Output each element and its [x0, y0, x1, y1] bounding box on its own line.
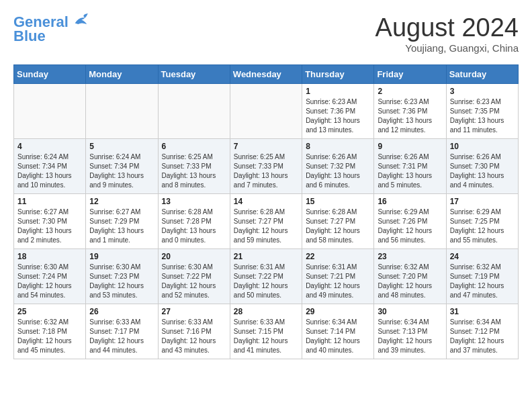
calendar-day: 31Sunrise: 6:34 AM Sunset: 7:12 PM Dayli… [446, 304, 518, 359]
day-number: 17 [450, 197, 515, 206]
day-number: 14 [234, 197, 298, 206]
calendar-week-row: 18Sunrise: 6:30 AM Sunset: 7:24 PM Dayli… [14, 249, 519, 304]
day-number: 22 [306, 252, 370, 261]
day-number: 8 [306, 142, 370, 151]
weekday-header-row: SundayMondayTuesdayWednesdayThursdayFrid… [14, 65, 519, 84]
day-info: Sunrise: 6:31 AM Sunset: 7:22 PM Dayligh… [234, 263, 298, 300]
calendar-day [158, 84, 230, 139]
calendar-day: 2Sunrise: 6:23 AM Sunset: 7:36 PM Daylig… [374, 84, 446, 139]
day-info: Sunrise: 6:28 AM Sunset: 7:27 PM Dayligh… [234, 208, 298, 245]
day-number: 25 [17, 307, 82, 316]
calendar-day: 16Sunrise: 6:29 AM Sunset: 7:26 PM Dayli… [374, 194, 446, 249]
calendar-day: 18Sunrise: 6:30 AM Sunset: 7:24 PM Dayli… [14, 249, 86, 304]
calendar-day [230, 84, 302, 139]
day-number: 20 [162, 252, 226, 261]
calendar-week-row: 1Sunrise: 6:23 AM Sunset: 7:36 PM Daylig… [14, 84, 519, 139]
day-info: Sunrise: 6:24 AM Sunset: 7:34 PM Dayligh… [89, 152, 154, 190]
day-info: Sunrise: 6:29 AM Sunset: 7:26 PM Dayligh… [378, 208, 442, 245]
day-info: Sunrise: 6:26 AM Sunset: 7:30 PM Dayligh… [450, 152, 515, 190]
day-number: 4 [17, 142, 82, 151]
day-number: 1 [306, 87, 370, 96]
day-info: Sunrise: 6:23 AM Sunset: 7:35 PM Dayligh… [450, 97, 515, 135]
day-number: 18 [17, 252, 82, 261]
calendar-day: 8Sunrise: 6:26 AM Sunset: 7:32 PM Daylig… [302, 139, 374, 194]
day-number: 31 [450, 307, 515, 316]
calendar-day: 6Sunrise: 6:25 AM Sunset: 7:33 PM Daylig… [158, 139, 230, 194]
day-info: Sunrise: 6:27 AM Sunset: 7:29 PM Dayligh… [89, 208, 154, 245]
calendar-day: 24Sunrise: 6:32 AM Sunset: 7:19 PM Dayli… [446, 249, 518, 304]
calendar-day: 13Sunrise: 6:28 AM Sunset: 7:28 PM Dayli… [158, 194, 230, 249]
calendar-day: 20Sunrise: 6:30 AM Sunset: 7:22 PM Dayli… [158, 249, 230, 304]
calendar-day: 27Sunrise: 6:33 AM Sunset: 7:16 PM Dayli… [158, 304, 230, 359]
calendar-day: 7Sunrise: 6:25 AM Sunset: 7:33 PM Daylig… [230, 139, 302, 194]
day-info: Sunrise: 6:34 AM Sunset: 7:13 PM Dayligh… [378, 318, 442, 355]
day-info: Sunrise: 6:25 AM Sunset: 7:33 PM Dayligh… [234, 152, 298, 190]
calendar-day: 21Sunrise: 6:31 AM Sunset: 7:22 PM Dayli… [230, 249, 302, 304]
day-info: Sunrise: 6:33 AM Sunset: 7:17 PM Dayligh… [89, 318, 154, 355]
calendar-day: 11Sunrise: 6:27 AM Sunset: 7:30 PM Dayli… [14, 194, 86, 249]
calendar-week-row: 11Sunrise: 6:27 AM Sunset: 7:30 PM Dayli… [14, 194, 519, 249]
day-info: Sunrise: 6:33 AM Sunset: 7:16 PM Dayligh… [162, 318, 226, 355]
calendar-day: 3Sunrise: 6:23 AM Sunset: 7:35 PM Daylig… [446, 84, 518, 139]
day-info: Sunrise: 6:23 AM Sunset: 7:36 PM Dayligh… [378, 97, 442, 135]
weekday-header: Wednesday [230, 65, 302, 84]
day-number: 26 [89, 307, 154, 316]
day-number: 24 [450, 252, 515, 261]
day-number: 28 [234, 307, 298, 316]
day-info: Sunrise: 6:28 AM Sunset: 7:28 PM Dayligh… [162, 208, 226, 245]
calendar-day: 5Sunrise: 6:24 AM Sunset: 7:34 PM Daylig… [86, 139, 158, 194]
calendar-day: 17Sunrise: 6:29 AM Sunset: 7:25 PM Dayli… [446, 194, 518, 249]
day-info: Sunrise: 6:30 AM Sunset: 7:24 PM Dayligh… [17, 263, 82, 300]
day-number: 21 [234, 252, 298, 261]
day-info: Sunrise: 6:25 AM Sunset: 7:33 PM Dayligh… [162, 152, 226, 190]
calendar-day [86, 84, 158, 139]
day-info: Sunrise: 6:34 AM Sunset: 7:12 PM Dayligh… [450, 318, 515, 355]
calendar-day: 12Sunrise: 6:27 AM Sunset: 7:29 PM Dayli… [86, 194, 158, 249]
calendar-table: SundayMondayTuesdayWednesdayThursdayFrid… [13, 64, 519, 359]
day-info: Sunrise: 6:26 AM Sunset: 7:31 PM Dayligh… [378, 152, 442, 190]
day-info: Sunrise: 6:26 AM Sunset: 7:32 PM Dayligh… [306, 152, 370, 190]
calendar-day: 25Sunrise: 6:32 AM Sunset: 7:18 PM Dayli… [14, 304, 86, 359]
day-info: Sunrise: 6:30 AM Sunset: 7:22 PM Dayligh… [162, 263, 226, 300]
location: Youjiang, Guangxi, China [375, 42, 519, 54]
calendar-day: 22Sunrise: 6:31 AM Sunset: 7:21 PM Dayli… [302, 249, 374, 304]
day-number: 19 [89, 252, 154, 261]
day-info: Sunrise: 6:27 AM Sunset: 7:30 PM Dayligh… [17, 208, 82, 245]
day-info: Sunrise: 6:32 AM Sunset: 7:19 PM Dayligh… [450, 263, 515, 300]
calendar-day: 23Sunrise: 6:32 AM Sunset: 7:20 PM Dayli… [374, 249, 446, 304]
title-block: August 2024 Youjiang, Guangxi, China [375, 13, 519, 54]
calendar-day [14, 84, 86, 139]
day-info: Sunrise: 6:32 AM Sunset: 7:18 PM Dayligh… [17, 318, 82, 355]
day-number: 16 [378, 197, 442, 206]
day-number: 2 [378, 87, 442, 96]
day-info: Sunrise: 6:30 AM Sunset: 7:23 PM Dayligh… [89, 263, 154, 300]
logo-bird-icon [74, 11, 90, 27]
day-info: Sunrise: 6:23 AM Sunset: 7:36 PM Dayligh… [306, 97, 370, 135]
calendar-day: 26Sunrise: 6:33 AM Sunset: 7:17 PM Dayli… [86, 304, 158, 359]
day-info: Sunrise: 6:32 AM Sunset: 7:20 PM Dayligh… [378, 263, 442, 300]
day-number: 3 [450, 87, 515, 96]
day-number: 5 [89, 142, 154, 151]
weekday-header: Friday [374, 65, 446, 84]
calendar-week-row: 4Sunrise: 6:24 AM Sunset: 7:34 PM Daylig… [14, 139, 519, 194]
day-number: 15 [306, 197, 370, 206]
calendar-day: 10Sunrise: 6:26 AM Sunset: 7:30 PM Dayli… [446, 139, 518, 194]
day-number: 10 [450, 142, 515, 151]
calendar-day: 30Sunrise: 6:34 AM Sunset: 7:13 PM Dayli… [374, 304, 446, 359]
calendar-day: 4Sunrise: 6:24 AM Sunset: 7:34 PM Daylig… [14, 139, 86, 194]
day-number: 13 [162, 197, 226, 206]
weekday-header: Thursday [302, 65, 374, 84]
day-number: 27 [162, 307, 226, 316]
day-info: Sunrise: 6:33 AM Sunset: 7:15 PM Dayligh… [234, 318, 298, 355]
day-number: 7 [234, 142, 298, 151]
day-number: 6 [162, 142, 226, 151]
day-info: Sunrise: 6:29 AM Sunset: 7:25 PM Dayligh… [450, 208, 515, 245]
day-info: Sunrise: 6:34 AM Sunset: 7:14 PM Dayligh… [306, 318, 370, 355]
calendar-day: 28Sunrise: 6:33 AM Sunset: 7:15 PM Dayli… [230, 304, 302, 359]
day-number: 9 [378, 142, 442, 151]
page-header: General Blue August 2024 Youjiang, Guang… [13, 13, 519, 54]
calendar-day: 9Sunrise: 6:26 AM Sunset: 7:31 PM Daylig… [374, 139, 446, 194]
logo: General Blue [13, 13, 90, 45]
calendar-day: 14Sunrise: 6:28 AM Sunset: 7:27 PM Dayli… [230, 194, 302, 249]
calendar-day: 19Sunrise: 6:30 AM Sunset: 7:23 PM Dayli… [86, 249, 158, 304]
